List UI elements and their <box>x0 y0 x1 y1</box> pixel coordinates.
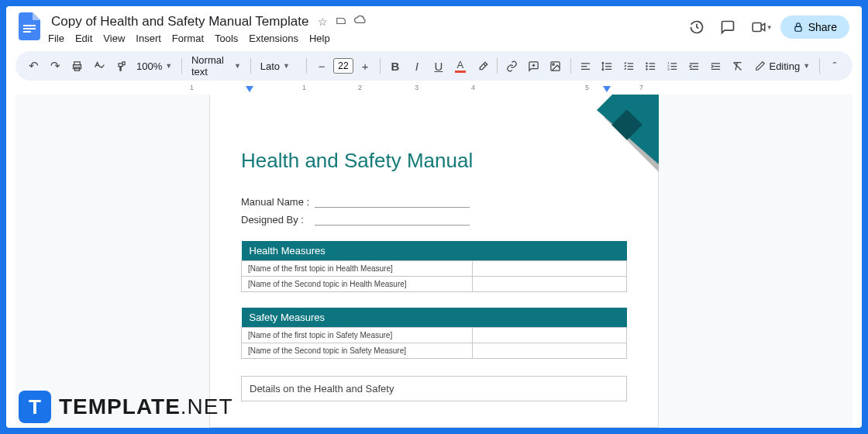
align-button[interactable] <box>575 56 595 76</box>
health-measures-table[interactable]: Health Measures [Name of the first topic… <box>241 241 627 292</box>
titlebar: Copy of Health and Safety Manual Templat… <box>6 6 862 46</box>
share-label: Share <box>808 21 837 33</box>
svg-point-11 <box>646 65 647 66</box>
brand-text: TEMPLATE.NET <box>59 394 233 419</box>
highlight-button[interactable] <box>472 56 492 76</box>
clear-format-button[interactable] <box>727 56 747 76</box>
meet-icon[interactable]: ▼ <box>749 18 768 36</box>
redo-button[interactable]: ↷ <box>45 56 65 76</box>
title-area: Copy of Health and Safety Manual Templat… <box>48 12 687 44</box>
app-window: Copy of Health and Safety Manual Templat… <box>6 6 862 428</box>
menu-help[interactable]: Help <box>309 33 330 44</box>
editing-mode-dropdown[interactable]: Editing▼ <box>750 60 815 72</box>
ruler[interactable]: 1 1 2 3 4 5 7 <box>16 84 852 95</box>
numbered-list-button[interactable]: 123 <box>662 56 682 76</box>
underline-button[interactable]: U <box>429 56 449 76</box>
cloud-status-icon[interactable] <box>354 16 367 28</box>
svg-point-10 <box>646 63 647 64</box>
menu-tools[interactable]: Tools <box>215 33 238 44</box>
history-icon[interactable] <box>687 18 706 36</box>
document-canvas[interactable]: Health and Safety Manual Manual Name : D… <box>16 95 852 428</box>
svg-text:3: 3 <box>667 67 670 71</box>
star-icon[interactable]: ☆ <box>318 16 328 28</box>
paint-format-button[interactable] <box>110 56 130 76</box>
table-row: [Name of the Second topic in Health Meas… <box>242 277 627 292</box>
font-size-input[interactable] <box>333 58 353 74</box>
italic-button[interactable]: I <box>407 56 427 76</box>
indent-decrease-button[interactable] <box>684 56 704 76</box>
add-comment-button[interactable] <box>524 56 544 76</box>
brand-logo-icon: T <box>19 391 51 423</box>
comments-icon[interactable] <box>718 18 737 36</box>
svg-rect-0 <box>23 25 36 26</box>
spellcheck-button[interactable] <box>88 56 108 76</box>
svg-rect-3 <box>753 23 761 32</box>
menu-file[interactable]: File <box>48 33 64 44</box>
print-button[interactable] <box>67 56 87 76</box>
move-icon[interactable] <box>336 16 346 28</box>
details-section[interactable]: Details on the Health and Safety <box>241 376 627 401</box>
document-heading[interactable]: Health and Safety Manual <box>241 149 627 173</box>
text-color-button[interactable]: A <box>450 56 470 76</box>
table-row: [Name of the Second topic in Safety Meas… <box>242 343 627 359</box>
svg-point-12 <box>646 68 647 69</box>
font-size-group: − + <box>312 56 375 76</box>
menu-edit[interactable]: Edit <box>75 33 92 44</box>
pencil-icon <box>755 60 766 71</box>
table-row: [Name of the first topic in Health Measu… <box>242 261 627 277</box>
indent-increase-button[interactable] <box>705 56 725 76</box>
svg-point-9 <box>553 63 555 65</box>
menu-extensions[interactable]: Extensions <box>249 33 298 44</box>
style-dropdown[interactable]: Normal text▼ <box>187 54 246 78</box>
collapse-button[interactable]: ˆ <box>825 56 845 76</box>
safety-measures-table[interactable]: Safety Measures [Name of the first topic… <box>241 308 627 359</box>
zoom-dropdown[interactable]: 100%▼ <box>132 60 177 72</box>
bold-button[interactable]: B <box>385 56 405 76</box>
font-dropdown[interactable]: Lato▼ <box>256 60 302 72</box>
lock-icon <box>793 22 804 33</box>
menu-view[interactable]: View <box>103 33 125 44</box>
field-designed-by[interactable]: Designed By : <box>241 214 627 226</box>
svg-rect-1 <box>23 28 36 29</box>
bullet-list-button[interactable] <box>640 56 660 76</box>
undo-button[interactable]: ↶ <box>23 56 43 76</box>
menu-insert[interactable]: Insert <box>136 33 161 44</box>
menu-bar: File Edit View Insert Format Tools Exten… <box>48 33 687 44</box>
checklist-button[interactable] <box>618 56 639 76</box>
table-row: [Name of the first topic in Safety Measu… <box>242 328 627 343</box>
toolbar: ↶ ↷ 100%▼ Normal text▼ Lato▼ − + B I U A… <box>16 51 852 81</box>
svg-rect-4 <box>795 26 801 31</box>
menu-format[interactable]: Format <box>172 33 204 44</box>
top-right-actions: ▼ Share <box>687 12 852 39</box>
brand-watermark: T TEMPLATE.NET <box>19 391 233 423</box>
font-size-increase[interactable]: + <box>355 56 375 76</box>
svg-rect-2 <box>23 31 31 33</box>
field-manual-name[interactable]: Manual Name : <box>241 196 627 208</box>
share-button[interactable]: Share <box>780 16 849 39</box>
link-button[interactable] <box>502 56 522 76</box>
decorative-corner <box>574 95 659 195</box>
document-title[interactable]: Copy of Health and Safety Manual Templat… <box>48 12 312 31</box>
image-button[interactable] <box>546 56 566 76</box>
page[interactable]: Health and Safety Manual Manual Name : D… <box>209 95 659 428</box>
docs-logo[interactable] <box>16 12 43 40</box>
line-spacing-button[interactable] <box>597 56 617 76</box>
font-size-decrease[interactable]: − <box>312 56 332 76</box>
